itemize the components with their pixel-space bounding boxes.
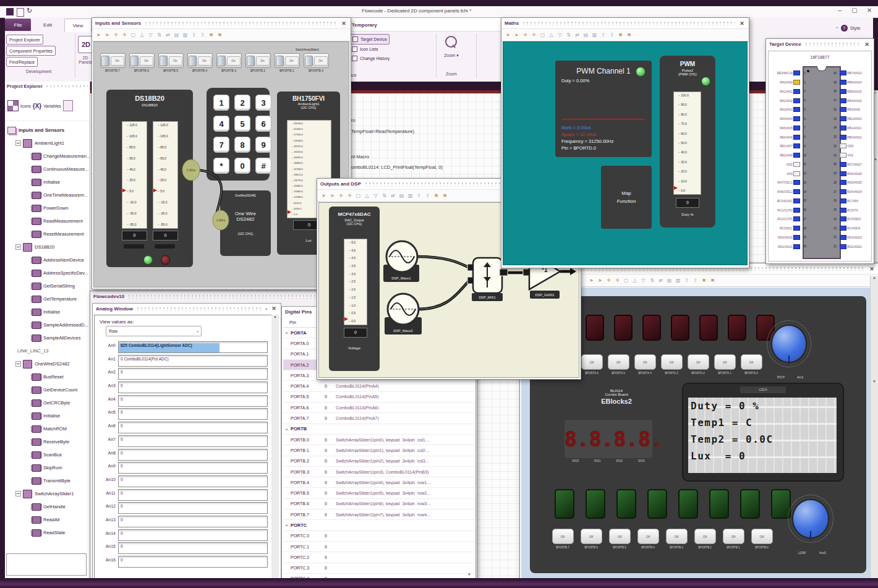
right-pin-label[interactable]: RB6/AN14 [847,80,870,84]
ldr-knob[interactable] [793,500,828,537]
tree-item[interactable]: TransmitByte [7,474,90,487]
left-pin-pad[interactable] [793,180,800,185]
analog-value-field[interactable]: 0 [118,516,268,527]
left-pin-pad[interactable] [793,116,800,121]
left-pin-pad[interactable] [793,235,800,240]
toolbar-icon[interactable]: ▥ [591,32,598,39]
tree-item[interactable]: GetTemperature [7,292,90,305]
right-pin-label[interactable]: RB7/AN13 [847,71,870,75]
keypad-key[interactable]: 8 [234,137,250,153]
analog-window-titlebar[interactable]: Analog Window ▪ ✕ [93,304,281,313]
slide-switch[interactable]: On [245,53,271,68]
right-pin-pad[interactable] [840,143,846,148]
right-pin-label[interactable]: RC6/TX [847,208,870,212]
tree-item[interactable]: ChangeMeasuremen... [7,150,90,163]
left-pin-label[interactable]: RA4/AN4 [770,117,793,121]
left-pin-label[interactable]: RD1/AN21 [770,245,793,249]
toolbar-icon[interactable]: ✖ [433,192,440,200]
tree-item[interactable]: SampleAllDevices [7,331,90,344]
toolbar-icon[interactable]: ⇅ [381,192,388,200]
toolbar-icon[interactable]: ⇪ [600,32,607,39]
tree-item[interactable]: SampleAddressedD... [7,318,90,331]
digital-pin-row[interactable]: PORTB.0 0 SwitchArraySlider1(pin0), keyp… [283,435,474,445]
right-pin-label[interactable]: RB3/AN9 [847,108,870,111]
left-pin-label[interactable]: RD0/AN20 [770,236,793,239]
analog-value-field[interactable]: 0 [118,422,268,433]
toolbar-icon[interactable]: ▢ [130,32,137,39]
keypad-key[interactable]: 9 [255,137,271,153]
zoom-button[interactable]: Zoom ▾ [438,53,465,58]
left-pin-label[interactable]: RA7/OSC1 [770,181,793,184]
close-icon[interactable]: ✕ [270,305,278,312]
pwm-gauge[interactable]: 100.090.080.070.060.050.040.030.020.010.… [673,92,701,195]
right-pin-pad[interactable] [840,235,846,240]
switch-knob[interactable] [130,56,139,66]
expander-icon[interactable] [15,244,21,250]
tree-item[interactable]: SwitchArraySlider1 [7,487,90,500]
digital-pin-row[interactable]: PORTC.0 0 [283,531,474,542]
toolbar-icon[interactable]: ⇪ [190,32,197,39]
view-mode-dropdown[interactable]: Raw▾ [106,326,202,336]
tree-item[interactable]: MatchROM [7,422,90,435]
left-pin-pad[interactable] [793,171,800,176]
toolbar-icon[interactable]: ➤ [329,192,336,200]
toolbar-icon[interactable]: ✖ [441,192,448,200]
right-pin-label[interactable]: RD4/AN24 [847,190,870,194]
toolbar-icon[interactable]: ⇧ [608,32,615,39]
right-pin-pad[interactable] [840,216,846,221]
toolbar-icon[interactable]: ⇄ [574,32,581,39]
tree-item[interactable]: GetSerialString [7,279,90,292]
tree-item[interactable]: ReadState [7,526,90,539]
portb-switch[interactable]: Off [637,529,659,544]
keypad-key[interactable]: 1 [213,95,229,111]
right-pin-pad[interactable] [840,80,846,85]
toolbar-icon[interactable]: ▽ [640,277,647,284]
tree-item[interactable]: GetHandle [7,500,90,513]
left-pin-pad[interactable] [793,135,800,140]
close-button[interactable]: ✕ [863,7,876,14]
pot-knob[interactable] [772,326,806,362]
analog-value-field[interactable]: 0 [118,556,268,568]
view-toggle[interactable]: Target Device [350,34,390,45]
pwm-gauge-block[interactable]: PWM Pulse2 (PWM CH1) 100.090.080.070.060… [660,56,715,228]
toolbar-icon[interactable]: ➤ [513,32,520,39]
digital-scroll-down-icon[interactable]: ▼ [467,573,471,576]
analog-value-field[interactable]: 0 [118,542,268,554]
digital-pin-row[interactable]: PORTB.1 0 SwitchArraySlider1(pin1), keyp… [283,445,474,456]
toolbar-icon[interactable]: ✛ [605,277,612,284]
left-pin-label[interactable]: RA3/AN3 [770,108,793,111]
close-icon[interactable]: ✕ [738,20,746,27]
toolbar-icon[interactable]: ▽ [556,32,563,39]
tree-item[interactable]: AmbientLight1 [7,137,90,150]
toolbar-icon[interactable]: ⇅ [565,32,572,39]
toolbar-icon[interactable]: ▥ [675,277,681,284]
toolbar-icon[interactable]: ✛ [113,32,119,39]
left-pin-label[interactable]: RA1/AN1 [770,90,793,93]
right-pin-label[interactable]: RB0/AN12 [847,135,870,139]
toolbar-icon[interactable]: △ [139,32,145,39]
expander-icon[interactable] [15,140,21,146]
help-icon[interactable]: ? [841,25,848,32]
toolbar-icon[interactable]: ⇧ [692,277,699,284]
inputs-panel-titlebar[interactable]: Inputs and Sensors ✕ [92,18,351,28]
tree-item[interactable]: Initialise [7,305,90,318]
right-pin-label[interactable]: RD3/AN23 [847,236,870,239]
tree-item[interactable]: ReadMeasurement [7,215,90,228]
tree-item[interactable]: GetDeviceCount [7,383,90,396]
tree-item[interactable]: BusReset [7,370,90,383]
portb-switch[interactable]: Off [751,529,773,544]
toolbar-icon[interactable]: ✛ [346,192,353,200]
tree-item[interactable]: Initialise [7,409,90,422]
right-pin-pad[interactable] [840,135,846,140]
digital-pin-row[interactable]: PORTB.7 0 SwitchArraySlider1(pin7), keyp… [283,509,474,520]
toolbar-icon[interactable]: ▢ [539,32,546,39]
left-pin-pad[interactable] [793,107,800,112]
toolbar-icon[interactable]: ➤ [597,277,603,284]
porta-switch[interactable]: Off [741,354,762,370]
left-pin-pad[interactable] [793,244,800,249]
digital-pin-row[interactable]: PORTB.2 0 SwitchArraySlider1(pin2), keyp… [283,456,474,467]
toolbar-icon[interactable]: ⇪ [416,192,422,200]
tree-item[interactable]: OneTimeMeasurem... [7,189,90,202]
tree-item[interactable]: DS18B20 [7,241,90,254]
tree-item[interactable]: ScanBus [7,448,90,461]
